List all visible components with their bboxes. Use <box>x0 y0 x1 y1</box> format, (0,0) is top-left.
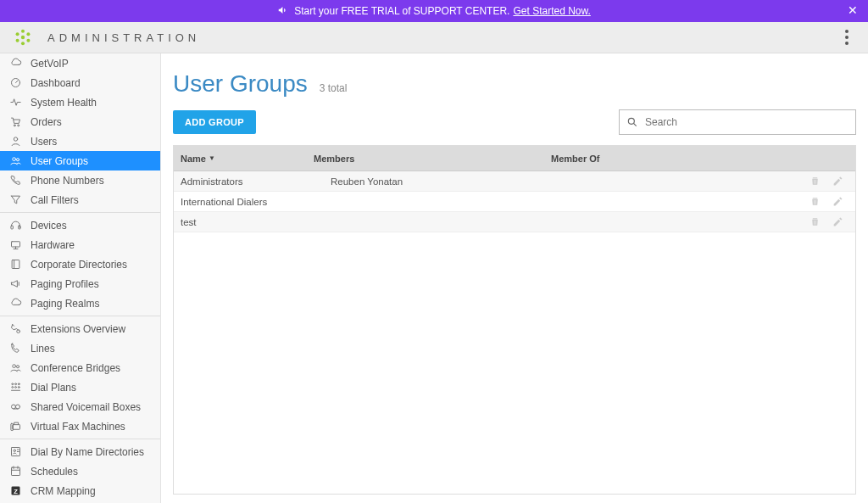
sidebar-item-lines[interactable]: Lines <box>0 338 160 358</box>
table-row[interactable]: International Dialers <box>174 192 855 212</box>
sidebar-item-label: Shared Voicemail Boxes <box>31 401 141 413</box>
svg-point-4 <box>16 39 19 42</box>
toolbar: ADD GROUP <box>173 109 856 135</box>
sidebar-item-corporate-directories[interactable]: Corporate Directories <box>0 254 160 274</box>
sidebar-item-label: Devices <box>31 220 67 232</box>
close-icon[interactable]: ✕ <box>848 3 858 17</box>
sidebar-item-call-filters[interactable]: Call Filters <box>0 190 160 210</box>
more-menu-icon[interactable] <box>839 30 854 45</box>
cell-name: test <box>174 217 314 227</box>
sidebar-item-label: System Health <box>31 97 97 109</box>
sidebar-item-dashboard[interactable]: Dashboard <box>0 73 160 92</box>
main-content: User Groups 3 total ADD GROUP Name ▼ Mem… <box>161 53 868 503</box>
table-row[interactable]: Administrators Reuben Yonatan <box>174 171 855 192</box>
sidebar-item-shared-voicemail-boxes[interactable]: Shared Voicemail Boxes <box>0 397 160 416</box>
edit-icon[interactable] <box>832 216 843 227</box>
svg-point-22 <box>18 383 19 385</box>
svg-rect-15 <box>11 242 19 247</box>
svg-point-19 <box>16 366 19 368</box>
bullhorn-icon <box>8 277 22 291</box>
sidebar-item-label: CRM Mapping <box>31 485 96 497</box>
col-name-label: Name <box>181 154 206 164</box>
col-name[interactable]: Name ▼ <box>174 154 314 164</box>
sidebar-item-users[interactable]: Users <box>0 131 160 151</box>
svg-point-12 <box>16 159 19 161</box>
sidebar-item-virtual-fax-machines[interactable]: Virtual Fax Machines <box>0 416 160 436</box>
logo-icon <box>14 28 32 47</box>
cell-name: Administrators <box>174 176 314 187</box>
edit-icon[interactable] <box>832 196 843 207</box>
sidebar-item-dial-plans[interactable]: Dial Plans <box>0 377 160 397</box>
sidebar-item-label: Paging Realms <box>31 298 99 310</box>
edit-icon[interactable] <box>832 176 843 187</box>
sidebar-item-crm-mapping[interactable]: ZCRM Mapping <box>0 481 160 500</box>
sidebar-item-schedules[interactable]: Schedules <box>0 461 160 481</box>
headset-icon <box>8 219 22 232</box>
svg-rect-32 <box>11 467 19 475</box>
top-bar: ADMINISTRATION <box>0 22 868 53</box>
svg-rect-14 <box>18 226 20 229</box>
svg-point-27 <box>15 405 19 409</box>
z-icon: Z <box>8 484 22 498</box>
col-members[interactable]: Members <box>314 154 551 164</box>
sidebar-item-dial-by-name-directories[interactable]: Dial By Name Directories <box>0 442 160 461</box>
svg-rect-13 <box>10 226 13 229</box>
sidebar-item-label: Dashboard <box>31 77 81 89</box>
sidebar-item-conference-bridges[interactable]: Conference Bridges <box>0 358 160 377</box>
sidebar-item-getvoip[interactable]: GetVoIP <box>0 53 160 73</box>
fax-icon <box>8 420 22 433</box>
divider <box>0 212 160 213</box>
svg-rect-28 <box>12 425 19 430</box>
svg-rect-29 <box>10 423 13 430</box>
gauge-icon <box>8 76 22 90</box>
cloud-icon <box>8 297 22 310</box>
sidebar-item-devices[interactable]: Devices <box>0 215 160 235</box>
pulse-icon <box>8 96 22 109</box>
page-header: User Groups 3 total <box>173 70 856 98</box>
sidebar-item-hardware[interactable]: Hardware <box>0 235 160 254</box>
table-row[interactable]: test <box>174 212 855 232</box>
divider <box>0 316 160 316</box>
svg-point-21 <box>14 383 16 385</box>
bullhorn-icon <box>277 4 289 19</box>
svg-point-0 <box>21 30 25 33</box>
sidebar-item-extensions-overview[interactable]: Extensions Overview <box>0 319 160 338</box>
sidebar-item-label: Hardware <box>31 239 75 251</box>
cell-actions <box>787 176 855 187</box>
search-icon <box>626 116 638 128</box>
sidebar-item-label: Virtual Fax Machines <box>31 421 125 433</box>
add-group-button[interactable]: ADD GROUP <box>173 110 256 134</box>
handset-icon <box>8 342 22 355</box>
banner-link[interactable]: Get Started Now. <box>513 5 590 17</box>
svg-point-2 <box>26 39 30 42</box>
hardware-icon <box>8 238 22 252</box>
page-count: 3 total <box>320 82 348 94</box>
svg-point-11 <box>12 158 15 161</box>
book-icon <box>8 258 22 271</box>
sidebar-item-label: Conference Bridges <box>31 362 120 374</box>
search-input[interactable] <box>645 116 849 128</box>
vm-icon <box>8 400 22 414</box>
sidebar-item-label: Dial Plans <box>31 382 76 394</box>
sidebar-item-label: Call Filters <box>31 194 79 206</box>
sidebar-item-orders[interactable]: Orders <box>0 112 160 131</box>
delete-icon[interactable] <box>810 216 821 227</box>
user-icon <box>8 135 22 148</box>
sidebar-item-paging-profiles[interactable]: Paging Profiles <box>0 274 160 293</box>
sidebar-item-label: Dial By Name Directories <box>31 446 144 458</box>
ext-icon <box>8 322 22 336</box>
sidebar-item-user-groups[interactable]: User Groups <box>0 151 160 170</box>
delete-icon[interactable] <box>810 196 821 207</box>
delete-icon[interactable] <box>810 176 821 187</box>
svg-point-26 <box>11 405 15 409</box>
svg-point-1 <box>26 32 30 36</box>
svg-point-5 <box>16 32 19 36</box>
search-box[interactable] <box>619 109 856 135</box>
col-member-of[interactable]: Member Of <box>551 154 787 164</box>
users-icon <box>8 154 22 168</box>
sidebar-item-phone-numbers[interactable]: Phone Numbers <box>0 170 160 190</box>
svg-point-3 <box>21 42 25 45</box>
sidebar-item-system-health[interactable]: System Health <box>0 92 160 112</box>
sidebar-item-paging-realms[interactable]: Paging Realms <box>0 293 160 313</box>
trial-banner: Start your FREE TRIAL of SUPPORT CENTER.… <box>0 0 868 22</box>
